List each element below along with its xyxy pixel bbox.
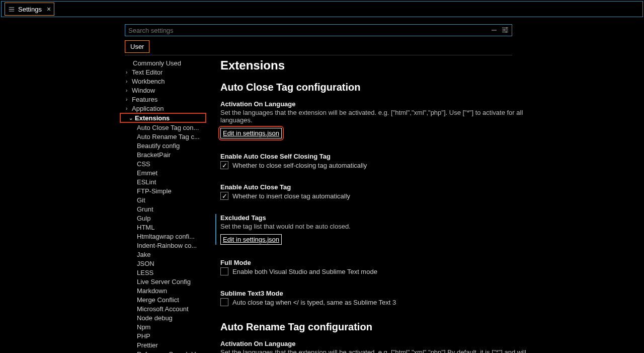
chevron-right-icon: › (126, 97, 132, 102)
setting-title: Sublime Text3 Mode (220, 290, 532, 297)
setting-description: Whether to close self-closing tag automa… (232, 162, 367, 169)
toc-extension-item[interactable]: FTP-Simple (120, 186, 206, 195)
setting-full-mode: Full Mode Enable both Visual Studio and … (220, 259, 532, 275)
checkbox-sublime-mode[interactable] (220, 298, 228, 306)
setting-activation-on-language: Activation On Language Set the languages… (220, 100, 532, 138)
toc-extension-item[interactable]: Indent-Rainbow co... (120, 241, 206, 250)
toc-extension-item[interactable]: JSON (120, 259, 206, 268)
toc-extension-item[interactable]: Auto Close Tag con... (120, 123, 206, 132)
chevron-down-icon: ⌄ (129, 115, 135, 121)
tab-settings[interactable]: Settings × (5, 3, 54, 16)
toc-extension-item[interactable]: Node debug (120, 313, 206, 322)
toc-extension-item[interactable]: Merge Conflict (120, 295, 206, 304)
toc-extension-item[interactable]: CSS (120, 159, 206, 168)
toc-extension-item[interactable]: HTML (120, 223, 206, 232)
settings-tab-icon (8, 6, 15, 13)
toc-extension-item[interactable]: Beautify config (120, 141, 206, 150)
settings-content: Extensions Auto Close Tag configuration … (206, 58, 644, 353)
setting-description: Enable both Visual Studio and Sublime Te… (232, 268, 377, 275)
setting-sublime-mode: Sublime Text3 Mode Auto close tag when <… (220, 290, 532, 306)
setting-description: Auto close tag when </ is typed, same as… (232, 299, 396, 306)
setting-title: Activation On Language (220, 100, 532, 108)
toc-extension-item[interactable]: Auto Rename Tag c... (120, 132, 206, 141)
toc-extension-item[interactable]: ESLint (120, 177, 206, 186)
svg-rect-2 (506, 32, 507, 33)
toc-extension-item[interactable]: Grunt (120, 204, 206, 214)
toc-extension-item[interactable]: Gulp (120, 214, 206, 223)
toc-extension-item[interactable]: Npm (120, 322, 206, 331)
checkbox-self-closing[interactable] (220, 161, 228, 169)
toc-text-editor[interactable]: ›Text Editor (120, 67, 206, 77)
checkbox-enable[interactable] (220, 192, 228, 200)
toc-extension-item[interactable]: BracketPair (120, 150, 206, 159)
settings-toc: Commonly Used ›Text Editor ›Workbench ›W… (120, 58, 206, 353)
close-icon[interactable]: × (47, 5, 51, 13)
toc-extension-item[interactable]: PHP (120, 331, 206, 340)
clear-icon[interactable] (490, 26, 498, 36)
svg-rect-1 (504, 30, 505, 31)
setting-description: Whether to insert close tag automaticall… (232, 192, 350, 200)
svg-rect-0 (506, 28, 507, 29)
setting-title: Enable Auto Close Tag (220, 183, 532, 191)
chevron-right-icon: › (126, 69, 132, 75)
setting-self-closing: Enable Auto Close Self Closing Tag Wheth… (220, 153, 532, 169)
toc-extension-item[interactable]: Live Server Config (120, 277, 206, 286)
setting-enable-auto-close: Enable Auto Close Tag Whether to insert … (220, 183, 532, 200)
setting-title: Activation On Language (220, 340, 532, 347)
ext-heading-autoclose: Auto Close Tag configuration (220, 82, 634, 93)
toc-extension-item[interactable]: Htmltagwrap confi... (120, 232, 206, 241)
toc-extension-item[interactable]: Git (120, 195, 206, 204)
toc-commonly-used[interactable]: Commonly Used (120, 58, 206, 67)
setting-title: Enable Auto Close Self Closing Tag (220, 153, 532, 160)
setting-title: Excluded Tags (220, 214, 527, 222)
toc-extension-item[interactable]: LESS (120, 268, 206, 277)
toc-extension-item[interactable]: Prettier (120, 340, 206, 349)
toc-extension-item[interactable]: Microsoft Account (120, 304, 206, 313)
edit-in-settings-json-link[interactable]: Edit in settings.json (220, 128, 282, 138)
toc-extensions[interactable]: ⌄Extensions (120, 113, 206, 123)
chevron-right-icon: › (126, 79, 132, 84)
checkbox-full-mode[interactable] (220, 267, 228, 275)
ext-heading-autorename: Auto Rename Tag configuration (220, 321, 634, 333)
setting-title: Full Mode (220, 259, 532, 266)
scope-user-tab[interactable]: User (125, 40, 149, 53)
edit-in-settings-json-link[interactable]: Edit in settings.json (220, 234, 282, 245)
toc-extension-item[interactable]: Markdown (120, 286, 206, 295)
toc-extension-item[interactable]: Jake (120, 250, 206, 259)
setting-description: Set the languages that the extension wil… (220, 109, 532, 124)
group-heading-extensions: Extensions (220, 58, 634, 73)
setting-excluded-tags: Excluded Tags Set the tag list that woul… (215, 214, 527, 245)
setting-activation-on-language-2: Activation On Language Set the languages… (220, 340, 532, 353)
setting-description: Set the tag list that would not be auto … (220, 223, 527, 230)
toc-extension-item[interactable]: Reference Search V... (120, 349, 206, 353)
toc-workbench[interactable]: ›Workbench (120, 77, 206, 86)
chevron-right-icon: › (126, 88, 132, 93)
tab-title: Settings (18, 6, 42, 13)
filter-icon[interactable] (501, 26, 509, 36)
tab-bar: Settings × (1, 1, 643, 17)
toc-features[interactable]: ›Features (120, 95, 206, 104)
setting-description: Set the languages that the extension wil… (220, 348, 532, 353)
chevron-right-icon: › (126, 106, 132, 111)
toc-extension-item[interactable]: Emmet (120, 168, 206, 177)
toc-window[interactable]: ›Window (120, 86, 206, 95)
toc-application[interactable]: ›Application (120, 104, 206, 113)
search-input[interactable] (125, 24, 512, 36)
